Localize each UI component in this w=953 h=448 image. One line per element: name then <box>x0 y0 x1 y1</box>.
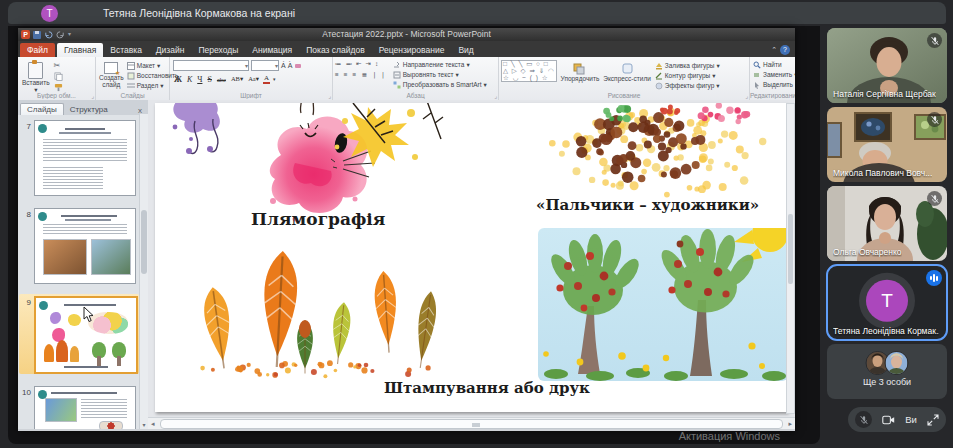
hscroll-right-icon[interactable]: ▸ <box>788 420 792 428</box>
clipboard-dialog-launcher[interactable]: ⌟ <box>91 92 94 99</box>
windows-activation-watermark: Активация Windows <box>679 430 780 442</box>
tab-slides-thumbnails[interactable]: Слайды <box>20 103 64 115</box>
participant-tile-1[interactable]: Наталія Сергіївна Щербак <box>827 28 947 103</box>
tab-file[interactable]: Файл <box>20 43 55 57</box>
panel-scroll-down-icon[interactable]: ▾ <box>141 421 147 428</box>
indent-less-icon[interactable]: ⇤ <box>356 60 363 68</box>
bold-button[interactable]: Ж <box>173 75 183 84</box>
quick-access-toolbar: P ▾ <box>21 29 71 40</box>
undo-icon[interactable] <box>44 30 53 39</box>
more-people-label: Ще 3 особи <box>827 377 947 387</box>
line-spacing-icon[interactable]: ↕ <box>375 60 380 68</box>
presenter-avatar: Т <box>41 5 58 22</box>
arrange-button[interactable]: Упорядочить <box>561 60 600 82</box>
participant-name: Наталія Сергіївна Щербак <box>833 89 936 99</box>
drawing-dialog-launcher[interactable]: ⌟ <box>745 92 748 99</box>
select-button[interactable]: Выделить ▾ <box>753 81 795 89</box>
underline-button[interactable]: Ч <box>196 75 203 84</box>
qat-dropdown-icon[interactable]: ▾ <box>68 28 71 41</box>
help-icon[interactable]: ? <box>780 45 790 55</box>
group-label-drawing: Рисование <box>499 92 749 99</box>
tab-animations[interactable]: Анимация <box>245 43 299 57</box>
minimize-ribbon-icon[interactable]: ⌃ <box>771 46 777 54</box>
shrink-font-icon[interactable]: А̀ <box>288 62 293 69</box>
presenting-label: Тетяна Леонідівна Кормакова на екрані <box>103 7 295 19</box>
tab-view[interactable]: Вид <box>451 43 480 57</box>
slides-panel: Слайды Структура x 7 8 <box>18 100 149 429</box>
grow-font-icon[interactable]: А́ <box>281 62 286 69</box>
camera-button[interactable] <box>882 414 895 426</box>
copy-icon[interactable] <box>54 72 63 81</box>
participant-tile-4-active[interactable]: Т Тетяна Леонідівна Кормак... <box>827 265 947 340</box>
window-title: Атестация 2022.pptx - Microsoft PowerPoi… <box>322 29 491 39</box>
clear-format-icon[interactable] <box>294 62 302 70</box>
change-case-button[interactable]: Аа▾ <box>247 75 260 83</box>
justify-icon[interactable]: ≣ <box>361 71 369 79</box>
slide-8-thumbnail[interactable] <box>34 208 136 284</box>
powerpoint-window: P ▾ Атестация 2022.pptx - Microsoft Powe… <box>18 28 795 431</box>
tab-home[interactable]: Главная <box>57 43 103 57</box>
slide-9-number: 9 <box>19 298 31 307</box>
convert-smartart-button[interactable]: Преобразовать в SmartArt ▾ <box>393 81 487 89</box>
participant-tile-2[interactable]: Микола Павлович Вовч... <box>827 107 947 182</box>
meet-window: Т Тетяна Леонідівна Кормакова на екрані … <box>0 0 953 448</box>
shape-outline-button[interactable]: Контур фигуры ▾ <box>655 72 720 80</box>
panel-scrollbar[interactable]: ▾ <box>139 114 148 429</box>
hscroll-grip <box>472 423 480 427</box>
font-color-button[interactable]: А <box>263 74 270 84</box>
panel-scrollbar-thumb[interactable] <box>141 210 147 274</box>
indent-more-icon[interactable]: ⇥ <box>365 60 372 68</box>
powerpoint-app-icon: P <box>21 30 30 39</box>
align-center-icon[interactable]: ≡ <box>344 71 351 79</box>
new-slide-button[interactable]: Создать слайд <box>99 59 124 90</box>
tab-design[interactable]: Дизайн <box>149 43 192 57</box>
format-painter-icon[interactable] <box>54 83 63 92</box>
font-name-combo[interactable]: ▾ <box>173 60 249 71</box>
participant-avatar: Т <box>866 279 908 321</box>
numbering-icon[interactable]: ≕ <box>346 60 355 68</box>
font-size-combo[interactable]: ▾ <box>251 60 279 71</box>
slide-vertical-scrollbar[interactable] <box>786 103 795 414</box>
hscroll-left-icon[interactable]: ◂ <box>151 420 155 428</box>
shape-fill-button[interactable]: Заливка фигуры ▾ <box>655 62 720 70</box>
participant-tile-3[interactable]: Ольга Овчаренко <box>827 186 947 261</box>
align-left-icon[interactable]: ≡ <box>335 71 342 79</box>
more-people-tile[interactable]: Ще 3 особи <box>827 344 947 399</box>
tab-outline[interactable]: Структура <box>64 104 114 115</box>
tab-slideshow[interactable]: Показ слайдов <box>299 43 372 57</box>
shape-effects-button[interactable]: Эффекты фигур ▾ <box>655 82 720 90</box>
expand-icon[interactable] <box>927 414 939 426</box>
paste-button[interactable]: Вставить▾ <box>22 59 50 94</box>
text-direction-button[interactable]: Направление текста ▾ <box>393 61 487 69</box>
font-dialog-launcher[interactable]: ⌟ <box>328 92 331 99</box>
slide-10-thumbnail[interactable] <box>34 386 136 429</box>
vscroll-thumb[interactable] <box>788 214 793 284</box>
align-right-icon[interactable]: ≡ <box>353 71 360 79</box>
group-label-font: Шрифт <box>170 92 332 99</box>
mic-muted-button[interactable] <box>855 411 872 428</box>
replace-button[interactable]: Заменить ▾ <box>753 71 795 79</box>
quick-styles-button[interactable]: Экспресс-стили <box>603 60 651 82</box>
mic-off-icon <box>927 112 942 127</box>
slide-7-thumbnail[interactable] <box>34 120 136 196</box>
redo-icon[interactable] <box>56 30 65 39</box>
shapes-gallery[interactable]: □ ╲ ╲ ▭ ○ □ △ ▷ ◇ ⇒ ⇓ ◠ ☆ ◡ ~ ( ) ☆ <box>501 60 557 82</box>
find-button[interactable]: Найти <box>753 61 795 69</box>
tab-insert[interactable]: Вставка <box>103 43 149 57</box>
italic-button[interactable]: К <box>186 75 193 84</box>
handprint-painting <box>538 228 788 381</box>
char-spacing-button[interactable]: АВ▾ <box>230 75 244 83</box>
hscroll-thumb[interactable] <box>160 419 783 429</box>
tab-review[interactable]: Рецензирование <box>372 43 452 57</box>
shadow-button[interactable]: abc <box>216 76 227 83</box>
current-slide-canvas[interactable]: Плямографія «Пальчики – художники» Штамп… <box>155 103 788 412</box>
align-text-button[interactable]: Выровнять текст ▾ <box>393 71 487 79</box>
bullets-icon[interactable]: ≔ <box>335 60 344 68</box>
paragraph-dialog-launcher[interactable]: ⌟ <box>494 92 497 99</box>
columns-icon[interactable]: ❘❘ <box>372 71 389 79</box>
tab-transitions[interactable]: Переходы <box>191 43 245 57</box>
save-icon[interactable] <box>33 31 41 39</box>
strikethrough-button[interactable]: S <box>206 75 212 84</box>
cut-icon[interactable]: ✂ <box>54 61 63 70</box>
group-drawing: □ ╲ ╲ ▭ ○ □ △ ▷ ◇ ⇒ ⇓ ◠ ☆ ◡ ~ ( ) ☆ Упор… <box>499 57 750 100</box>
